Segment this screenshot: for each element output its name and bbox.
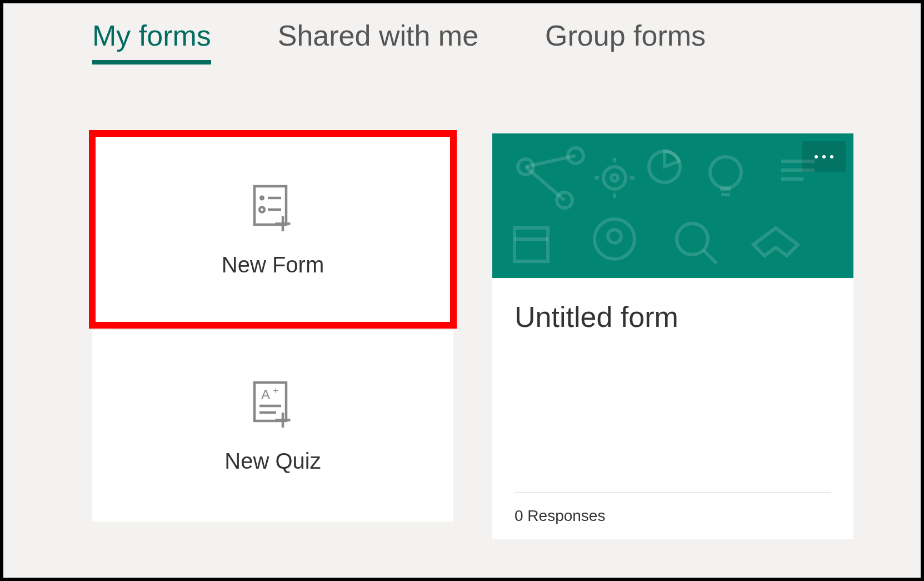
new-quiz-label: New Quiz [224, 449, 321, 474]
form-tile-body: Untitled form 0 Responses [492, 278, 853, 539]
tab-my-forms[interactable]: My forms [92, 9, 211, 61]
quiz-add-icon: A + [246, 378, 299, 433]
form-tile-more-button[interactable] [802, 141, 846, 172]
new-form-label: New Form [222, 252, 324, 277]
new-form-button[interactable]: New Form [92, 133, 453, 325]
svg-point-36 [677, 224, 708, 255]
form-add-icon [246, 181, 299, 237]
form-tile-title: Untitled form [515, 300, 831, 334]
new-quiz-button[interactable]: A + New Quiz [92, 330, 453, 522]
svg-point-34 [595, 219, 635, 259]
form-tile-responses: 0 Responses [515, 492, 831, 539]
svg-point-19 [603, 167, 626, 189]
form-tile-header [492, 133, 853, 278]
svg-point-20 [611, 175, 618, 181]
svg-rect-32 [515, 228, 548, 261]
tab-group-forms[interactable]: Group forms [545, 9, 706, 61]
create-column: New Form A + [92, 133, 453, 522]
svg-text:+: + [273, 385, 279, 396]
svg-point-1 [259, 196, 264, 201]
svg-rect-7 [254, 383, 286, 421]
forms-column: Untitled form 0 Responses [492, 133, 853, 539]
svg-line-18 [526, 167, 565, 200]
svg-text:A: A [261, 387, 270, 402]
divider [112, 325, 434, 330]
more-icon [815, 155, 818, 158]
form-tile[interactable]: Untitled form 0 Responses [492, 133, 853, 539]
tab-shared-with-me[interactable]: Shared with me [278, 9, 478, 61]
svg-point-26 [710, 157, 741, 188]
svg-point-3 [259, 207, 264, 212]
svg-rect-0 [254, 186, 286, 225]
svg-line-37 [703, 250, 717, 264]
app-frame: My forms Shared with me Group forms [0, 0, 924, 581]
form-tile-header-art [492, 133, 853, 278]
tabs-nav: My forms Shared with me Group forms [92, 3, 832, 61]
svg-point-35 [608, 230, 621, 243]
